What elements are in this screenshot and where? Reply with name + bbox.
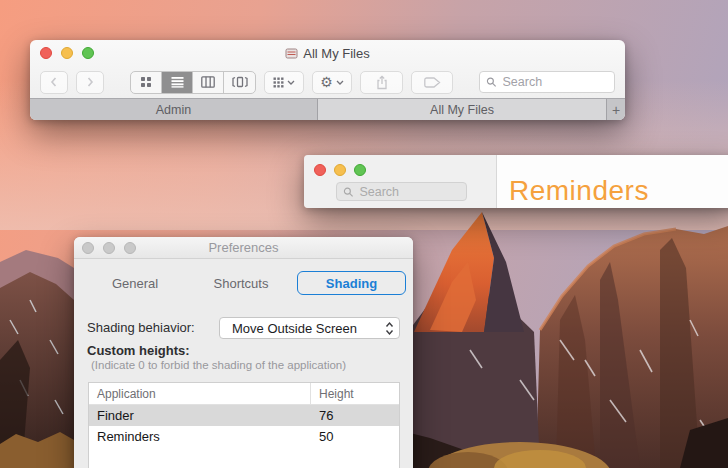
traffic-lights [40, 47, 94, 59]
column-header-height[interactable]: Height [311, 387, 399, 401]
column-view-button[interactable] [193, 72, 224, 93]
cell-application: Reminders [89, 429, 311, 444]
minimize-button[interactable] [103, 242, 115, 254]
minimize-button[interactable] [334, 164, 346, 176]
arrange-grid-icon [273, 77, 284, 88]
zoom-button[interactable] [354, 164, 366, 176]
arrange-button[interactable] [264, 71, 304, 94]
window-title-text: Preferences [208, 240, 278, 255]
minimize-button[interactable] [61, 47, 73, 59]
custom-heights-note: (Indicate 0 to forbid the shading of the… [91, 359, 346, 371]
column-header-application[interactable]: Application [89, 383, 311, 404]
tab-general[interactable]: General [104, 271, 166, 295]
traffic-lights [314, 164, 366, 176]
preferences-tabs: General Shortcuts Shading [74, 271, 413, 295]
shading-behavior-row: Shading behiavior: Move Outside Screen [87, 317, 400, 339]
shading-behavior-popup[interactable]: Move Outside Screen [219, 317, 400, 339]
shading-behavior-label: Shading behiavior: [87, 320, 195, 335]
tag-button[interactable] [411, 71, 453, 94]
custom-heights-label: Custom heights: [87, 343, 190, 358]
search-icon [343, 186, 353, 198]
finder-window: All My Files [30, 40, 625, 120]
icon-view-icon [140, 76, 152, 88]
cell-application: Finder [89, 408, 311, 423]
popup-value: Move Outside Screen [232, 321, 357, 336]
finder-tabbar: Admin All My Files + [30, 98, 625, 120]
action-button[interactable]: ⚙ [312, 71, 352, 94]
reminders-main: Reminders [497, 155, 728, 208]
traffic-lights-inactive [82, 242, 136, 254]
list-view-icon [171, 76, 184, 88]
window-title: All My Files [285, 46, 369, 61]
coverflow-view-icon [232, 76, 248, 88]
chevron-down-icon [336, 80, 344, 85]
close-button[interactable] [40, 47, 52, 59]
icon-view-button[interactable] [131, 72, 162, 93]
chevron-down-icon [287, 80, 295, 85]
reminders-sidebar [304, 155, 497, 208]
plus-icon: + [612, 102, 620, 118]
share-icon [375, 75, 389, 90]
new-tab-button[interactable]: + [607, 99, 625, 120]
tab-shading[interactable]: Shading [297, 271, 406, 295]
chevron-right-icon [85, 76, 95, 88]
column-view-icon [201, 76, 215, 88]
cell-height: 50 [311, 429, 399, 444]
table-header: Application Height [89, 383, 399, 405]
all-my-files-icon [285, 47, 298, 60]
zoom-button[interactable] [124, 242, 136, 254]
view-segmented-control [130, 71, 256, 94]
zoom-button[interactable] [82, 47, 94, 59]
tab-admin[interactable]: Admin [30, 99, 318, 120]
table-row[interactable]: Finder 76 [89, 405, 399, 426]
search-input[interactable] [501, 74, 608, 90]
popup-stepper-icon [385, 321, 394, 336]
finder-toolbar: ⚙ [30, 66, 625, 98]
custom-heights-table: Application Height Finder 76 Reminders 5… [88, 382, 400, 468]
cell-height: 76 [311, 408, 399, 423]
tab-label: All My Files [430, 103, 494, 117]
list-view-button[interactable] [162, 72, 193, 93]
reminders-title: Reminders [509, 175, 649, 207]
close-button[interactable] [82, 242, 94, 254]
table-row[interactable]: Reminders 50 [89, 426, 399, 447]
forward-button[interactable] [76, 71, 104, 94]
tab-label: Shading [326, 276, 377, 291]
window-title-text: All My Files [303, 46, 369, 61]
tab-label: Admin [156, 103, 191, 117]
finder-search-field[interactable] [479, 71, 615, 93]
search-icon [486, 76, 497, 88]
reminders-window: Reminders [304, 155, 728, 208]
tab-label: General [112, 276, 158, 291]
tag-icon [424, 77, 441, 88]
tab-label: Shortcuts [214, 276, 269, 291]
tab-shortcuts[interactable]: Shortcuts [204, 271, 278, 295]
gear-icon: ⚙ [320, 75, 333, 89]
tab-all-my-files[interactable]: All My Files [318, 99, 607, 120]
finder-titlebar: All My Files [30, 40, 625, 66]
search-input[interactable] [357, 184, 460, 200]
close-button[interactable] [314, 164, 326, 176]
preferences-titlebar: Preferences [74, 237, 413, 259]
chevron-left-icon [49, 76, 59, 88]
back-button[interactable] [40, 71, 68, 94]
share-button[interactable] [360, 71, 403, 94]
coverflow-view-button[interactable] [224, 72, 255, 93]
preferences-window: Preferences General Shortcuts Shading Sh… [74, 237, 413, 468]
desktop: All My Files [0, 0, 728, 468]
reminders-search-field[interactable] [336, 182, 467, 201]
